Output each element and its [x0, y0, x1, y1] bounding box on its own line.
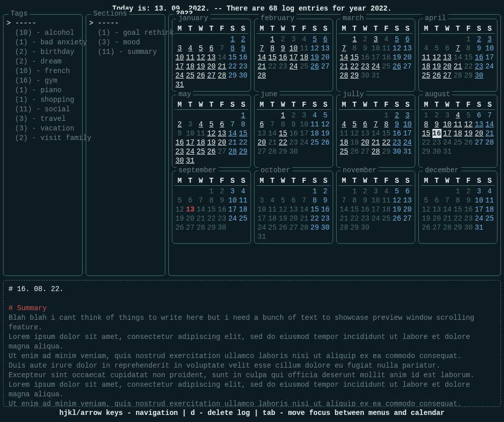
- day-cell[interactable]: 13: [185, 205, 196, 214]
- day-cell[interactable]: 29: [463, 71, 474, 80]
- day-cell[interactable]: 2: [320, 187, 331, 196]
- day-cell[interactable]: 6: [360, 120, 370, 129]
- day-cell[interactable]: 4: [309, 111, 320, 120]
- day-cell[interactable]: 9: [288, 120, 299, 129]
- day-cell[interactable]: 16: [392, 129, 402, 138]
- day-cell[interactable]: 24: [227, 214, 238, 223]
- day-cell[interactable]: 18: [381, 53, 392, 62]
- day-cell[interactable]: 27: [206, 71, 217, 80]
- day-cell[interactable]: 31: [257, 232, 267, 241]
- day-cell[interactable]: 8: [206, 196, 217, 205]
- day-cell[interactable]: 22: [453, 214, 463, 223]
- day-cell[interactable]: 29: [381, 147, 392, 156]
- day-cell[interactable]: 2: [392, 111, 402, 120]
- day-cell[interactable]: 30: [431, 147, 442, 156]
- month-march[interactable]: marchMTWTFSS 123456789101112131415161718…: [336, 19, 415, 92]
- day-cell[interactable]: 10: [227, 196, 238, 205]
- day-cell[interactable]: 24: [370, 214, 381, 223]
- day-cell[interactable]: 9: [360, 196, 370, 205]
- day-cell[interactable]: 23: [463, 214, 474, 223]
- day-cell[interactable]: 27: [402, 214, 413, 223]
- day-cell[interactable]: 20: [206, 62, 217, 71]
- day-cell[interactable]: 9: [278, 44, 288, 53]
- day-cell[interactable]: 5: [392, 35, 402, 44]
- day-cell[interactable]: 8: [267, 44, 278, 53]
- day-cell[interactable]: 13: [442, 53, 453, 62]
- day-cell[interactable]: 25: [381, 214, 392, 223]
- day-cell[interactable]: 11: [381, 44, 392, 53]
- day-cell[interactable]: 11: [339, 129, 349, 138]
- day-cell[interactable]: 14: [442, 205, 453, 214]
- day-cell[interactable]: 25: [339, 147, 349, 156]
- calendar-months-grid[interactable]: januaryMTWTFSS 1234567891011121314151617…: [172, 19, 497, 244]
- day-cell[interactable]: 12: [431, 53, 442, 62]
- day-cell[interactable]: 18: [299, 53, 309, 62]
- day-cell[interactable]: 29: [238, 147, 248, 156]
- day-cell[interactable]: 15: [349, 53, 360, 62]
- day-cell[interactable]: 20: [431, 214, 442, 223]
- day-cell[interactable]: 3: [257, 196, 267, 205]
- day-cell[interactable]: 19: [431, 62, 442, 71]
- day-cell[interactable]: 14: [299, 205, 309, 214]
- day-cell[interactable]: 12: [174, 205, 185, 214]
- day-cell[interactable]: 24: [484, 62, 495, 71]
- day-cell[interactable]: 12: [392, 44, 402, 53]
- day-cell[interactable]: 7: [442, 196, 453, 205]
- day-cell[interactable]: 28: [484, 138, 495, 147]
- day-cell[interactable]: 17: [185, 138, 196, 147]
- day-cell[interactable]: 8: [463, 44, 474, 53]
- day-cell[interactable]: 22: [349, 214, 360, 223]
- day-cell[interactable]: 12: [196, 53, 206, 62]
- day-cell[interactable]: 14: [227, 129, 238, 138]
- day-cell[interactable]: 5: [309, 35, 320, 44]
- day-cell[interactable]: 1: [278, 111, 288, 120]
- month-november[interactable]: novemberMTWTFSS 123456789101112131415161…: [336, 171, 415, 244]
- day-cell[interactable]: 31: [185, 156, 196, 165]
- day-cell[interactable]: 18: [267, 214, 278, 223]
- day-cell[interactable]: 10: [370, 196, 381, 205]
- day-cell[interactable]: 5: [463, 111, 474, 120]
- day-cell[interactable]: 3: [370, 35, 381, 44]
- day-cell[interactable]: 30: [392, 147, 402, 156]
- day-cell[interactable]: 12: [320, 120, 331, 129]
- tag-row[interactable]: (2) - visit family: [7, 133, 79, 143]
- day-cell[interactable]: 8: [421, 120, 431, 129]
- day-cell[interactable]: 7: [370, 120, 381, 129]
- month-august[interactable]: augustMTWTFSS123456789101112131415161718…: [418, 95, 497, 168]
- day-cell[interactable]: 2: [238, 35, 248, 44]
- tag-row[interactable]: (10) - french: [7, 66, 79, 76]
- day-cell[interactable]: 26: [392, 214, 402, 223]
- day-cell[interactable]: 27: [474, 138, 484, 147]
- day-cell[interactable]: 3: [484, 35, 495, 44]
- tags-panel[interactable]: Tags > ----- (10) - alcohol (1) - bad an…: [3, 14, 83, 276]
- day-cell[interactable]: 27: [402, 62, 413, 71]
- day-cell[interactable]: 12: [278, 205, 288, 214]
- day-cell[interactable]: 7: [267, 120, 278, 129]
- day-cell[interactable]: 31: [174, 80, 185, 89]
- day-cell[interactable]: 9: [431, 120, 442, 129]
- day-cell[interactable]: 3: [474, 187, 484, 196]
- day-cell[interactable]: 16: [320, 205, 331, 214]
- day-cell[interactable]: 18: [421, 62, 431, 71]
- day-cell[interactable]: 9: [238, 44, 248, 53]
- day-cell[interactable]: 19: [349, 138, 360, 147]
- day-cell[interactable]: 27: [288, 223, 299, 232]
- day-cell[interactable]: 20: [217, 138, 227, 147]
- day-cell[interactable]: 22: [227, 62, 238, 71]
- day-cell[interactable]: 22: [349, 62, 360, 71]
- day-cell[interactable]: 17: [257, 214, 267, 223]
- day-cell[interactable]: 5: [392, 187, 402, 196]
- day-cell[interactable]: 9: [320, 196, 331, 205]
- day-cell[interactable]: 19: [463, 129, 474, 138]
- day-cell[interactable]: 28: [453, 71, 463, 80]
- day-cell[interactable]: 21: [217, 62, 227, 71]
- day-cell[interactable]: 14: [370, 129, 381, 138]
- day-cell[interactable]: 2: [463, 187, 474, 196]
- day-cell[interactable]: 3: [185, 120, 196, 129]
- day-cell[interactable]: 28: [227, 147, 238, 156]
- day-cell[interactable]: 7: [257, 44, 267, 53]
- day-cell[interactable]: 27: [217, 147, 227, 156]
- day-cell[interactable]: 20: [442, 62, 453, 71]
- day-cell[interactable]: 6: [288, 196, 299, 205]
- day-cell[interactable]: 1: [238, 111, 248, 120]
